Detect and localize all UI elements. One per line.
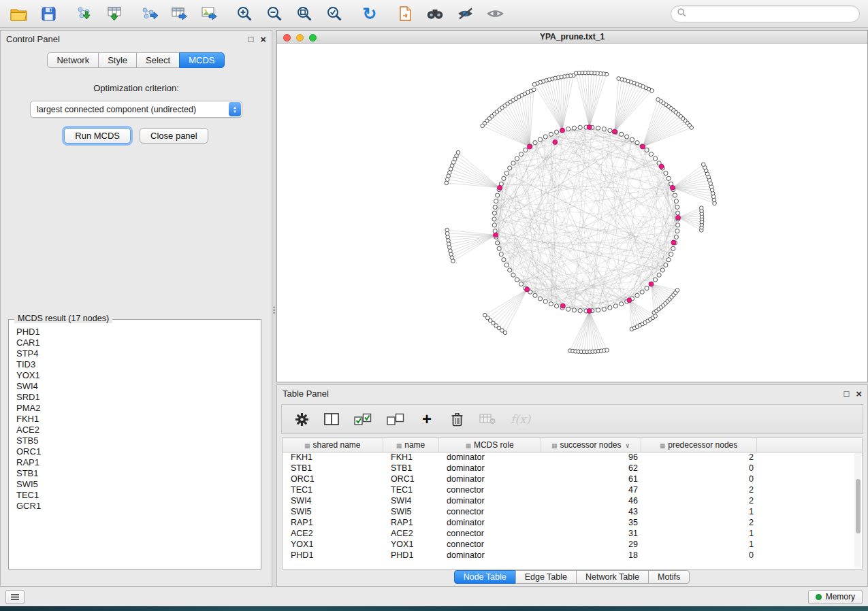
export-network-icon[interactable] [139,4,159,23]
hide-details-icon[interactable] [455,4,475,23]
network-view-titlebar[interactable]: YPA_prune.txt_1 [277,31,867,44]
column-header-MCDS-role[interactable]: ▦MCDS role [438,438,541,452]
show-columns-icon[interactable] [324,413,339,425]
table-cell: 18 [541,550,641,561]
tab-node-table[interactable]: Node Table [454,570,516,584]
close-table-panel-icon[interactable]: × [856,389,862,399]
criterion-select[interactable]: largest connected component (undirected)… [30,101,242,118]
mcds-result-item[interactable]: STB1 [16,468,261,479]
zoom-out-icon[interactable] [264,4,285,23]
column-header-name[interactable]: ▦name [383,438,438,452]
refresh-layout-icon[interactable]: ↻ [359,4,380,23]
mcds-result-item[interactable]: STP4 [16,348,261,359]
table-cell: ACE2 [283,528,383,539]
float-panel-icon[interactable]: □ [248,35,253,44]
deselect-all-rows-icon[interactable] [387,413,404,426]
table-row[interactable]: PHD1PHD1dominator180 [283,550,862,561]
mcds-result-item[interactable]: TEC1 [16,490,261,501]
tab-mcds[interactable]: MCDS [179,52,224,68]
float-table-panel-icon[interactable]: □ [843,389,849,398]
tab-network-table[interactable]: Network Table [576,570,649,584]
mcds-result-item[interactable]: RAP1 [16,457,261,468]
column-menu-icon[interactable]: ▦ [551,442,558,449]
search-binoculars-icon[interactable] [425,4,445,23]
node-table[interactable]: ▦shared name▦name▦MCDS role▦successor no… [283,438,862,561]
mcds-result-item[interactable]: YOX1 [16,370,261,381]
close-window-icon[interactable] [283,34,291,42]
close-panel-icon[interactable]: × [260,34,266,44]
zoom-selected-icon[interactable] [324,4,344,23]
table-row[interactable]: ACE2ACE2connector311 [283,528,862,539]
show-panels-menu-button[interactable] [5,590,25,604]
column-header-shared-name[interactable]: ▦shared name [283,438,383,452]
tab-select[interactable]: Select [136,52,180,68]
mcds-result-item[interactable]: PHD1 [16,327,261,337]
network-canvas[interactable] [277,44,867,381]
mcds-result-item[interactable]: SWI5 [16,479,261,490]
mcds-result-item[interactable]: SWI4 [16,381,261,392]
table-row[interactable]: TEC1TEC1connector472 [283,484,862,495]
table-row[interactable]: SWI4SWI4dominator462 [283,495,862,506]
column-menu-icon[interactable]: ▦ [465,442,471,449]
table-row[interactable]: FKH1FKH1dominator962 [283,452,862,463]
save-icon[interactable] [38,4,59,23]
export-table-icon[interactable] [169,4,189,23]
mcds-result-item[interactable]: FKH1 [16,414,261,425]
table-settings-gear-icon[interactable] [294,412,309,427]
zoom-in-icon[interactable] [234,4,255,23]
mcds-result-item[interactable]: ACE2 [16,425,261,435]
mcds-result-list[interactable]: PHD1CAR1STP4TID3YOX1SWI4SRD1PMA2FKH1ACE2… [9,320,261,559]
control-panel-title: Control Panel [6,34,60,44]
table-cell: 1 [641,528,756,539]
maximize-window-icon[interactable] [309,34,317,42]
add-row-icon[interactable]: + [419,413,434,425]
table-row[interactable]: SWI5SWI5connector431 [283,506,862,517]
table-cell: TEC1 [283,484,383,495]
share-document-icon[interactable] [395,4,415,23]
table-header-row: ▦shared name▦name▦MCDS role▦successor no… [283,438,862,452]
table-cell: STB1 [383,463,438,474]
search-box[interactable] [671,5,860,22]
import-table-icon[interactable] [103,4,124,23]
table-row[interactable]: RAP1RAP1dominator352 [283,517,862,528]
zoom-fit-icon[interactable] [294,4,315,23]
tab-edge-table[interactable]: Edge Table [515,570,577,584]
column-header-successor-nodes[interactable]: ▦successor nodes∨ [541,438,641,452]
tab-network[interactable]: Network [47,52,99,68]
column-header-predecessor-nodes[interactable]: ▦predecessor nodes [641,438,756,452]
open-folder-icon[interactable] [8,4,29,23]
tab-motifs[interactable]: Motifs [648,570,690,584]
table-cell: PHD1 [283,550,383,561]
table-scrollbar[interactable] [854,453,861,567]
mcds-result-item[interactable]: SRD1 [16,392,261,403]
mcds-result-item[interactable]: ORC1 [16,446,261,457]
run-mcds-button[interactable]: Run MCDS [64,128,131,144]
export-image-icon[interactable] [199,4,219,23]
mcds-result-item[interactable]: GCR1 [16,501,261,512]
column-menu-icon[interactable]: ▦ [304,442,310,449]
mcds-result-item[interactable]: STB5 [16,435,261,446]
delete-row-icon[interactable] [449,412,464,427]
tab-style[interactable]: Style [98,52,137,68]
column-menu-icon[interactable]: ▦ [660,442,666,449]
mcds-result-item[interactable]: TID3 [16,359,261,370]
table-row[interactable]: STB1STB1dominator620 [283,463,862,474]
close-panel-button[interactable]: Close panel [140,128,208,144]
select-all-rows-icon[interactable] [354,413,372,426]
search-input[interactable] [690,8,853,19]
table-cell: SWI5 [283,506,383,517]
status-bar: Memory [0,587,868,606]
column-menu-icon[interactable]: ▦ [396,442,402,449]
mcds-result-box: MCDS result (17 nodes) PHD1CAR1STP4TID3Y… [8,319,261,569]
minimize-window-icon[interactable] [296,34,304,42]
network-view-title: YPA_prune.txt_1 [540,32,605,42]
memory-button[interactable]: Memory [808,590,863,604]
mcds-result-item[interactable]: CAR1 [16,337,261,348]
import-network-icon[interactable] [74,4,94,23]
mcds-result-item[interactable]: PMA2 [16,403,261,414]
table-row[interactable]: ORC1ORC1dominator610 [283,474,862,484]
table-row[interactable]: YOX1YOX1connector291 [283,539,862,550]
show-details-icon[interactable] [485,4,505,23]
table-scrollbar-thumb[interactable] [856,479,861,533]
table-cell: connector [438,506,541,517]
